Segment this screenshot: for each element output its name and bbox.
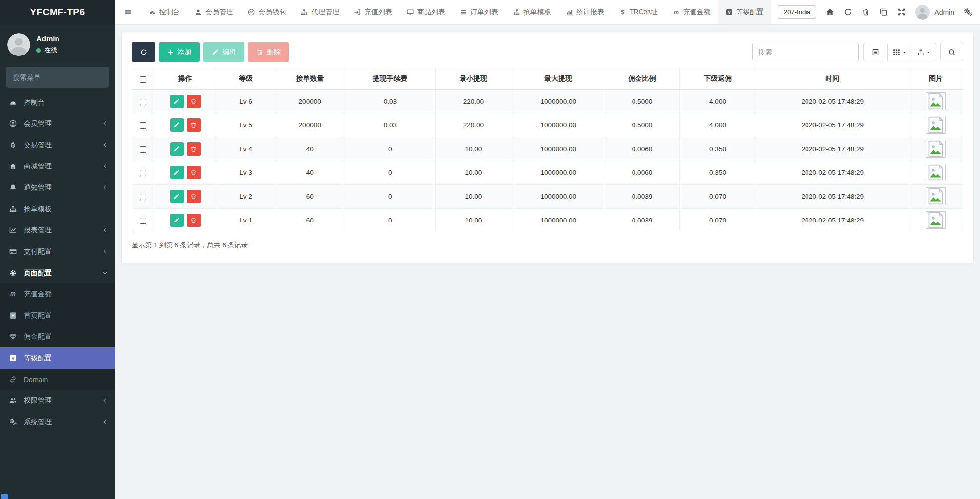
topnav-item-label: 等级配置	[736, 8, 764, 17]
sidebar-item-line-chart-6[interactable]: 报表管理	[0, 220, 115, 241]
row-checkbox[interactable]	[140, 194, 146, 200]
cell-image	[909, 137, 963, 161]
topnav-item-cc-2[interactable]: cc会员钱包	[240, 0, 293, 24]
topnav-item-chart-bar-8[interactable]: 统计报表	[559, 0, 612, 24]
admin-menu[interactable]: Admin	[915, 5, 954, 20]
sidebar-item-label: 页面配置	[24, 269, 97, 277]
delete-row-button[interactable]	[187, 190, 201, 203]
image-thumbnail[interactable]	[926, 211, 946, 229]
sidebar-item-bell-4[interactable]: 通知管理	[0, 177, 115, 198]
sidebar-item-home-3[interactable]: 商城管理	[0, 156, 115, 177]
table-search-input[interactable]	[752, 43, 859, 61]
image-thumbnail[interactable]	[926, 92, 946, 110]
edit-button[interactable]: 编辑	[203, 42, 244, 62]
topnav-item-list-6[interactable]: 订单列表	[453, 0, 506, 24]
topnav-item-v-square-11[interactable]: V等级配置	[718, 0, 771, 24]
sidebar-search-input[interactable]	[6, 73, 109, 81]
select-all-checkbox[interactable]	[140, 76, 146, 83]
refresh-button[interactable]	[132, 42, 155, 62]
sidebar-subitem-h-square-1[interactable]: H首页配置	[0, 305, 115, 326]
row-checkbox[interactable]	[140, 99, 146, 105]
edit-row-button[interactable]	[170, 142, 184, 156]
row-checkbox[interactable]	[140, 146, 146, 153]
delete-row-button[interactable]	[187, 166, 201, 179]
edit-row-button[interactable]	[170, 95, 184, 108]
sidebar-item-tachometer-0[interactable]: 控制台	[0, 92, 115, 113]
search-button[interactable]	[940, 43, 963, 61]
cell-actions	[154, 209, 217, 232]
cell-level: Lv 5	[217, 113, 275, 137]
edit-row-button[interactable]	[170, 166, 184, 179]
cell-min: 220.00	[435, 90, 512, 113]
cell-orders: 60	[275, 209, 345, 232]
image-thumbnail[interactable]	[926, 164, 946, 181]
home-icon[interactable]	[826, 8, 834, 16]
image-thumbnail[interactable]	[926, 116, 946, 134]
topnav-item-label: 控制台	[159, 8, 180, 17]
edit-row-button[interactable]	[170, 190, 184, 203]
svg-text:cc: cc	[249, 10, 253, 14]
paging-toggle-button[interactable]	[863, 43, 888, 61]
cell-max: 1000000.00	[512, 90, 605, 113]
delete-button[interactable]: 删除	[248, 42, 289, 62]
cell-time: 2020-02-05 17:48:29	[756, 209, 909, 232]
sidebar-item-credit-card-7[interactable]: 支付配置	[0, 241, 115, 262]
sidebar-item-users-9[interactable]: 权限管理	[0, 390, 115, 411]
column-header: 提现手续费	[345, 68, 436, 90]
row-checkbox[interactable]	[140, 122, 146, 129]
cell-image	[909, 161, 963, 185]
cell-time: 2020-02-05 17:48:29	[756, 161, 909, 185]
sidebar-subitem-m-0[interactable]: m充值金额	[0, 283, 115, 305]
topnav-item-user-1[interactable]: 会员管理	[187, 0, 240, 24]
sidebar-subitem-v-square-3[interactable]: V等级配置	[0, 347, 115, 369]
edit-row-button[interactable]	[170, 118, 184, 132]
cell-ratio: 0.5000	[605, 90, 680, 113]
delete-row-button[interactable]	[187, 142, 201, 156]
cell-level: Lv 4	[217, 137, 275, 161]
fullscreen-icon[interactable]	[897, 8, 906, 16]
row-checkbox[interactable]	[140, 218, 146, 224]
image-thumbnail[interactable]	[926, 187, 946, 205]
trash-icon[interactable]	[862, 8, 870, 16]
sidebar-subitem-gem-2[interactable]: 佣金配置	[0, 326, 115, 347]
topnav-item-sitemap-7[interactable]: 抢单模板	[506, 0, 559, 24]
cell-min: 10.00	[435, 137, 512, 161]
topnav-item-tachometer-0[interactable]: 控制台	[141, 0, 187, 24]
columns-button[interactable]	[887, 43, 912, 61]
topnav-item-sign-in-4[interactable]: 充值列表	[346, 0, 400, 24]
sidebar-subitem-link-4[interactable]: Domain	[0, 369, 115, 390]
topnav-item-desktop-5[interactable]: 商品列表	[400, 0, 453, 24]
cell-min: 10.00	[435, 209, 512, 232]
sidebar-item-bitcoin-2[interactable]: B交易管理	[0, 134, 115, 156]
topnav-item-m-10[interactable]: m充值金额	[665, 0, 718, 24]
add-button[interactable]: 添加	[159, 42, 200, 62]
hamburger-menu-icon[interactable]	[115, 0, 141, 24]
cc-icon: cc	[248, 9, 255, 16]
delete-row-button[interactable]	[187, 214, 201, 227]
image-thumbnail[interactable]	[926, 140, 946, 158]
delete-row-button[interactable]	[187, 95, 201, 108]
sidebar-item-label: 通知管理	[24, 183, 97, 192]
topnav-item-dollar-9[interactable]: $TRC地址	[612, 0, 665, 24]
sidebar-item-sitemap-5[interactable]: 抢单模板	[0, 198, 115, 220]
refresh-icon[interactable]	[844, 8, 852, 16]
site-badge[interactable]: 207-India	[778, 5, 816, 19]
cell-time: 2020-02-05 17:48:29	[756, 90, 909, 113]
column-header: 佣金比例	[605, 68, 680, 90]
row-checkbox[interactable]	[140, 170, 146, 176]
edit-row-button[interactable]	[170, 214, 184, 227]
export-button[interactable]	[912, 43, 936, 61]
sidebar-item-user-circle-1[interactable]: 会员管理	[0, 113, 115, 134]
sitemap-icon	[7, 205, 18, 213]
svg-text:$: $	[621, 9, 625, 16]
settings-gears-icon[interactable]	[964, 8, 972, 16]
cell-orders: 200000	[275, 113, 345, 137]
topnav-item-sitemap-3[interactable]: 代理管理	[293, 0, 346, 24]
sidebar-item-cogs-10[interactable]: 系统管理	[0, 411, 115, 433]
sitemap-icon	[513, 9, 520, 16]
delete-row-button[interactable]	[187, 118, 201, 132]
copy-icon[interactable]	[879, 8, 888, 16]
sidebar-item-gear-8[interactable]: 页面配置	[0, 262, 115, 283]
main-area: 控制台会员管理cc会员钱包代理管理充值列表商品列表订单列表抢单模板统计报表$TR…	[115, 0, 980, 499]
cell-actions	[154, 161, 217, 185]
